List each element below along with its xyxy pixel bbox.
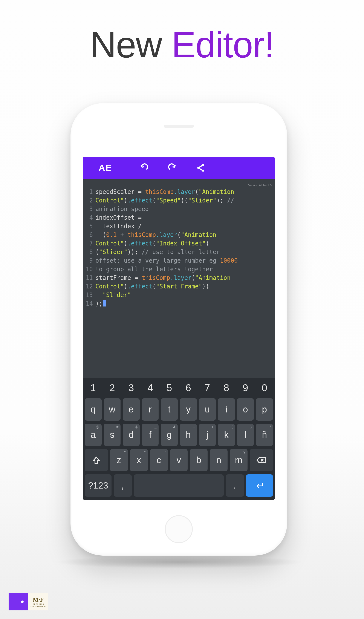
key-2[interactable]: 2	[104, 380, 121, 395]
enter-icon	[255, 481, 264, 490]
key-y[interactable]: y	[180, 398, 197, 421]
code-line: to group all the letters together	[95, 265, 272, 273]
key-9[interactable]: 9	[237, 380, 254, 395]
page-title: New Editor!	[0, 24, 364, 66]
code-line: offset; use a very large number eg 10000	[95, 256, 272, 265]
key-r[interactable]: r	[142, 398, 159, 421]
comma-key[interactable]: ,	[114, 474, 132, 497]
enter-key[interactable]	[246, 474, 273, 497]
backspace-icon	[256, 456, 266, 464]
title-accent: Editor!	[171, 24, 274, 65]
shift-key[interactable]	[85, 449, 108, 471]
text-caret	[103, 300, 106, 307]
app-toolbar: AE	[83, 157, 275, 179]
line-number: 3	[85, 205, 93, 213]
share-button[interactable]	[194, 161, 208, 175]
key-l[interactable]: l)	[237, 424, 254, 446]
key-ñ[interactable]: ñ/	[256, 424, 273, 446]
code-line: (0.1 + thisComp.layer("Animation	[95, 230, 272, 239]
code-line: startFrame = thisComp.layer("Animation	[95, 273, 272, 282]
code-line: Control").effect("Start Frame")(	[95, 282, 272, 291]
space-key[interactable]	[134, 474, 224, 497]
redo-icon	[168, 163, 177, 173]
app-logo: AE	[88, 163, 123, 173]
shift-icon	[92, 456, 100, 464]
title-plain: New	[90, 24, 171, 65]
key-b[interactable]: b;	[190, 449, 208, 471]
code-editor[interactable]: Version Alpha 1.0 1234567891011121314 sp…	[83, 179, 275, 378]
badge-mf-graphics: M·F GRAPHICS DEVELOPMENT	[28, 593, 48, 610]
symbols-key[interactable]: ?123	[85, 474, 112, 497]
redo-button[interactable]	[166, 161, 179, 175]
phone-shadow	[53, 556, 304, 568]
svg-line-3	[199, 166, 202, 168]
key-p[interactable]: p	[256, 398, 273, 421]
key-4[interactable]: 4	[142, 380, 159, 395]
key-f[interactable]: f_	[142, 424, 159, 446]
key-v[interactable]: v:	[170, 449, 188, 471]
version-label: Version Alpha 1.0	[248, 181, 272, 190]
key-8[interactable]: 8	[218, 380, 235, 395]
backspace-key[interactable]	[250, 449, 273, 471]
key-h[interactable]: h-	[180, 424, 197, 446]
code-line: Control").effect("Speed")("Slider"); //	[95, 196, 272, 205]
line-number: 11	[85, 273, 93, 282]
key-1[interactable]: 1	[85, 380, 102, 395]
key-3[interactable]: 3	[123, 380, 140, 395]
code-line: ("Slider")); // use to alter letter	[95, 248, 272, 256]
line-number: 5	[85, 222, 93, 230]
key-w[interactable]: w	[104, 398, 121, 421]
badge-mf-mid: GRAPHICS	[33, 603, 44, 605]
period-key[interactable]: .	[226, 474, 244, 497]
key-5[interactable]: 5	[161, 380, 178, 395]
key-t[interactable]: t	[161, 398, 178, 421]
line-number: 7	[85, 239, 93, 248]
code-line: "Slider"	[95, 291, 272, 299]
badge-app-icon	[9, 593, 28, 610]
line-number-gutter: 1234567891011121314	[85, 187, 95, 375]
phone-speaker	[164, 125, 194, 128]
line-number: 4	[85, 213, 93, 222]
key-c[interactable]: c'	[150, 449, 168, 471]
line-number: 12	[85, 282, 93, 291]
badge-mf-bot: DEVELOPMENT	[30, 605, 47, 607]
code-line: indexOffset =	[95, 213, 272, 222]
share-icon	[196, 163, 205, 172]
key-n[interactable]: n!	[210, 449, 227, 471]
key-q[interactable]: q	[85, 398, 102, 421]
line-number: 1	[85, 187, 93, 196]
key-7[interactable]: 7	[199, 380, 216, 395]
code-line: Control").effect("Index Offset")	[95, 239, 272, 248]
line-number: 6	[85, 230, 93, 239]
key-s[interactable]: s#	[104, 424, 121, 446]
code-line: speedScaler = thisComp.layer("Animation	[95, 187, 272, 196]
footer-badges: M·F GRAPHICS DEVELOPMENT	[9, 593, 48, 610]
svg-line-4	[199, 168, 202, 170]
key-x[interactable]: x"	[130, 449, 148, 471]
code-line: textIndex /	[95, 222, 272, 230]
key-u[interactable]: u	[199, 398, 216, 421]
undo-icon	[139, 163, 149, 173]
phone-home-button	[165, 515, 193, 543]
key-i[interactable]: i	[218, 398, 235, 421]
key-m[interactable]: m?	[230, 449, 248, 471]
key-0[interactable]: 0	[256, 380, 273, 395]
line-number: 2	[85, 196, 93, 205]
key-d[interactable]: d$	[123, 424, 140, 446]
key-o[interactable]: o	[237, 398, 254, 421]
key-j[interactable]: j+	[199, 424, 216, 446]
undo-button[interactable]	[137, 161, 151, 175]
key-g[interactable]: g&	[161, 424, 178, 446]
line-number: 13	[85, 291, 93, 299]
line-number: 8	[85, 248, 93, 256]
app-screen: AE Ve	[83, 157, 275, 500]
code-line: );	[95, 299, 272, 308]
virtual-keyboard: 1234567890qwertyuiopa@s#d$f_g&h-j+k(l)ñ/…	[83, 378, 275, 500]
key-k[interactable]: k(	[218, 424, 235, 446]
key-z[interactable]: z*	[110, 449, 128, 471]
line-number: 10	[85, 265, 93, 273]
key-6[interactable]: 6	[180, 380, 197, 395]
key-a[interactable]: a@	[85, 424, 102, 446]
key-e[interactable]: e	[123, 398, 140, 421]
code-content[interactable]: speedScaler = thisComp.layer("AnimationC…	[95, 187, 272, 375]
